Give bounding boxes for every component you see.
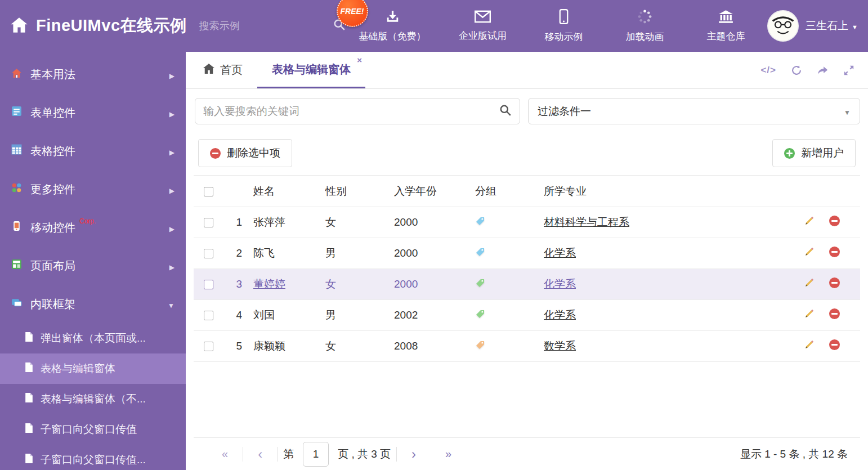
row-gender: 女 [320, 207, 388, 238]
add-user-button[interactable]: 新增用户 [772, 139, 856, 167]
nav-item-loading-animation[interactable]: 加载动画 [621, 9, 669, 43]
major-link[interactable]: 化学系 [544, 309, 576, 321]
filter-row: 过滤条件一 [186, 89, 868, 131]
sidebar-subitem-label: 表格与编辑窗体（不... [41, 392, 146, 406]
keyword-search-box [195, 98, 520, 124]
sidebar-subitem-grid-edit-window[interactable]: 表格与编辑窗体 [0, 353, 186, 384]
column-header-gender: 性别 [320, 176, 388, 207]
header-search [199, 19, 319, 33]
refresh-icon[interactable] [791, 65, 802, 76]
filter-dropdown[interactable]: 过滤条件一 [528, 98, 860, 124]
first-page-button[interactable] [207, 447, 243, 460]
major-link[interactable]: 化学系 [544, 278, 576, 290]
row-gender: 女 [320, 269, 388, 300]
edit-icon[interactable] [804, 277, 815, 288]
next-page-button[interactable] [397, 446, 431, 462]
tag-icon [475, 340, 485, 353]
nav-item-theme-repo[interactable]: 主题仓库 [702, 10, 750, 43]
table-row[interactable]: 4 刘国 男 2002 化学系 [194, 300, 860, 331]
sidebar-subitem-child-to-parent[interactable]: 子窗口向父窗口传值 [0, 414, 186, 445]
tab-label: 首页 [220, 62, 243, 78]
major-link[interactable]: 数学系 [544, 340, 576, 352]
row-year: 2000 [388, 269, 469, 300]
tab-tools: </> [760, 52, 868, 88]
sidebar-item-basic-usage[interactable]: 基本用法 [0, 55, 186, 93]
major-link[interactable]: 化学系 [544, 247, 576, 259]
row-checkbox[interactable] [204, 280, 213, 289]
sidebar-item-mobile-controls[interactable]: 移动控件 Corp. [0, 208, 186, 247]
table-row[interactable]: 2 陈飞 男 2000 化学系 [194, 238, 860, 269]
tag-icon [475, 278, 485, 291]
sidebar-subitem-grid-edit-window-alt[interactable]: 表格与编辑窗体（不... [0, 384, 186, 414]
row-checkbox[interactable] [204, 311, 213, 320]
table-header-row: 姓名 性别 入学年份 分组 所学专业 [194, 176, 860, 207]
sidebar-item-label: 移动控件 [30, 220, 75, 235]
chevron-right-icon [169, 221, 175, 234]
row-checkbox[interactable] [204, 218, 213, 227]
tag-icon [475, 216, 485, 229]
sidebar-item-page-layout[interactable]: 页面布局 [0, 247, 186, 285]
nav-item-mobile-demo[interactable]: 移动示例 [540, 9, 588, 43]
edit-icon[interactable] [804, 308, 815, 319]
search-icon[interactable] [499, 104, 512, 119]
tab-home[interactable]: 首页 [188, 52, 257, 88]
last-page-button[interactable] [431, 447, 466, 460]
nav-item-basic-free[interactable]: FREE! 基础版（免费） [359, 9, 426, 43]
delete-selected-button[interactable]: 删除选中项 [198, 139, 292, 167]
column-header-actions [781, 176, 860, 207]
delete-row-icon[interactable] [829, 339, 840, 350]
grid-panel: 删除选中项 新增用户 姓名 性别 入学年份 分组 所学专业 [186, 131, 868, 470]
column-header-index [223, 176, 248, 207]
sidebar-subitem-child-to-parent-alt[interactable]: 子窗口向父窗口传值... [0, 445, 186, 470]
edit-icon[interactable] [804, 216, 815, 226]
table-row-selected[interactable]: 3 董婷婷 女 2000 化学系 [194, 269, 860, 300]
tab-bar: 首页 表格与编辑窗体 </> [186, 52, 868, 89]
sidebar-item-grid-controls[interactable]: 表格控件 [0, 132, 186, 170]
row-gender: 男 [320, 300, 388, 331]
chevron-down-icon [168, 298, 175, 311]
sidebar-subitem-label: 子窗口向父窗口传值 [41, 422, 137, 437]
delete-row-icon[interactable] [829, 247, 840, 257]
view-source-icon[interactable]: </> [760, 65, 776, 76]
edit-icon[interactable] [804, 247, 815, 257]
row-index: 3 [223, 269, 248, 300]
tag-icon [475, 309, 485, 322]
brand[interactable]: FineUIMvc在线示例 [10, 15, 187, 37]
user-menu[interactable]: 三生石上 [767, 10, 858, 42]
page-prefix-label: 第 [278, 447, 299, 462]
share-icon[interactable] [817, 65, 829, 76]
sidebar-subitem-popup-window[interactable]: 弹出窗体（本页面或... [0, 323, 186, 353]
grid-icon [11, 144, 22, 158]
sidebar-item-more-controls[interactable]: 更多控件 [0, 170, 186, 208]
sidebar-item-iframe[interactable]: 内联框架 [0, 285, 186, 323]
expand-icon[interactable] [843, 65, 854, 76]
row-checkbox[interactable] [204, 249, 213, 258]
chevron-down-icon [844, 105, 851, 118]
sidebar-item-form-controls[interactable]: 表单控件 [0, 93, 186, 132]
delete-row-icon[interactable] [829, 277, 840, 288]
table-row[interactable]: 1 张萍萍 女 2000 材料科学与工程系 [194, 207, 860, 238]
select-all-checkbox[interactable] [204, 187, 213, 196]
edit-icon[interactable] [804, 339, 815, 350]
table-row[interactable]: 5 康颖颖 女 2008 数学系 [194, 331, 860, 362]
spinner-icon [637, 9, 652, 26]
filter-selected-value: 过滤条件一 [538, 104, 591, 119]
keyword-search-input[interactable] [203, 105, 499, 118]
header-search-input[interactable] [199, 20, 330, 32]
delete-row-icon[interactable] [829, 216, 840, 226]
plus-circle-icon [784, 148, 795, 159]
nav-item-enterprise-trial[interactable]: 企业版试用 [459, 10, 507, 42]
current-page-input[interactable] [303, 442, 329, 467]
sidebar-item-label: 表单控件 [30, 105, 75, 120]
tab-grid-edit-window[interactable]: 表格与编辑窗体 [257, 52, 365, 88]
previous-page-button[interactable] [243, 446, 277, 462]
chevron-right-icon [169, 68, 175, 81]
grid-toolbar: 删除选中项 新增用户 [194, 131, 860, 175]
row-checkbox[interactable] [204, 342, 213, 351]
tab-close-icon[interactable] [357, 56, 362, 64]
major-link[interactable]: 材料科学与工程系 [544, 216, 629, 228]
delete-row-icon[interactable] [829, 308, 840, 319]
app-header: FineUIMvc在线示例 FREE! 基础版（免费） 企业版试用 移动示例 [0, 0, 868, 52]
sidebar-subitem-label: 子窗口向父窗口传值... [41, 453, 146, 467]
row-name: 陈飞 [253, 247, 275, 259]
